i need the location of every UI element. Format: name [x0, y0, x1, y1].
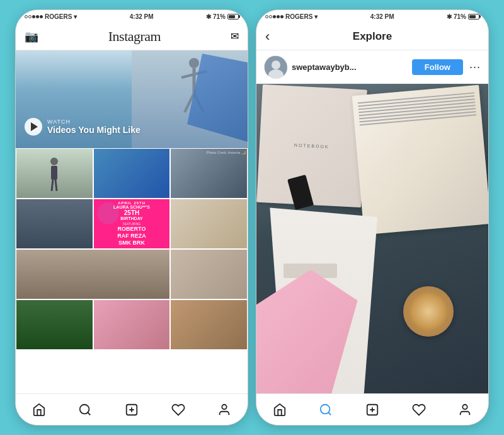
search-icon-1 — [78, 403, 92, 417]
signal-dot-2-5 — [280, 15, 284, 18]
nav-home-2[interactable] — [268, 398, 291, 421]
grid-cell-book[interactable] — [170, 199, 248, 249]
nav-search-1[interactable] — [74, 398, 96, 421]
event-birthday: 25TH — [124, 209, 139, 216]
signal-dot-4 — [36, 15, 39, 18]
play-button[interactable] — [25, 118, 42, 136]
explore-header: ‹ Explore — [256, 23, 488, 50]
phone-1: ROGERS ▾ 4:32 PM ✱ 71% 📷 Instagram ✉ — [15, 9, 248, 426]
signal-dot-2-1 — [265, 15, 268, 18]
feed-content: WATCH Videos You Might Like — [16, 50, 248, 393]
battery-icon-2 — [468, 14, 479, 20]
camera-icon[interactable]: 📷 — [25, 30, 38, 44]
heart-icon-1 — [171, 403, 185, 417]
signal-dot-3 — [32, 15, 35, 18]
video-title: Videos You Might Like — [47, 125, 140, 135]
nav-heart-1[interactable] — [167, 398, 190, 421]
grid-row-4 — [16, 299, 248, 350]
svg-rect-6 — [51, 166, 57, 180]
back-button[interactable]: ‹ — [265, 28, 270, 45]
wifi-icon-1: ▾ — [74, 13, 77, 20]
svg-point-9 — [80, 404, 89, 414]
nav-profile-2[interactable] — [454, 398, 476, 421]
profile-icon-1 — [217, 403, 231, 417]
grid-cell-man-suit[interactable] — [16, 148, 93, 199]
event-performers: ROBERTORAF REZASMK BRK — [117, 226, 146, 246]
battery-percent-1: 71% — [213, 13, 226, 20]
watch-label: WATCH Videos You Might Like — [25, 118, 140, 136]
svg-line-7 — [52, 180, 53, 191]
time-1: 4:32 PM — [130, 13, 154, 20]
signal-dots-2 — [265, 15, 284, 18]
grid-row-1: Photo Cred: Antonia 🌙 — [16, 148, 248, 199]
svg-point-14 — [222, 404, 227, 409]
home-icon-2 — [273, 403, 287, 417]
svg-point-5 — [50, 158, 58, 165]
status-bar-2: ROGERS ▾ 4:32 PM ✱ 71% — [256, 10, 488, 23]
add-icon-1 — [125, 403, 139, 417]
grid-cell-water[interactable] — [93, 148, 171, 199]
nav-search-2[interactable] — [314, 398, 337, 421]
svg-point-18 — [321, 404, 330, 414]
explore-header-wrap: ‹ Explore — [265, 23, 479, 50]
wifi-icon-2: ▾ — [314, 13, 318, 20]
signal-dot-1 — [25, 15, 28, 18]
status-left-1: ROGERS ▾ — [25, 13, 77, 20]
grid-cell-stairs[interactable]: Photo Cred: Antonia 🌙 — [170, 148, 248, 199]
profile-avatar[interactable] — [264, 55, 287, 78]
grid-cell-flowers[interactable] — [93, 299, 171, 350]
grid-cell-event[interactable]: APRIL 25TH LAURA SCHU**'S 25TH BIRTHDAY … — [93, 199, 171, 249]
svg-line-10 — [88, 412, 91, 415]
photo-grid: Photo Cred: Antonia 🌙 APRIL 25TH LAURA S… — [16, 148, 248, 393]
bluetooth-icon-2: ✱ — [447, 13, 452, 20]
battery-fill-2 — [469, 15, 476, 18]
carrier-2: ROGERS — [285, 13, 312, 20]
nav-profile-1[interactable] — [213, 398, 236, 421]
status-right-2: ✱ 71% — [447, 13, 479, 20]
grid-cell-building[interactable] — [16, 199, 93, 249]
signal-dots — [25, 15, 43, 18]
more-options-button[interactable]: ··· — [469, 61, 481, 74]
grid-cell-group[interactable] — [16, 249, 170, 299]
event-suffix: BIRTHDAY — [120, 216, 143, 221]
notebook-text: NOTEBOOK — [294, 142, 329, 149]
avatar-image — [265, 56, 287, 79]
grid-cell-forest[interactable] — [16, 299, 93, 350]
phone-2: ROGERS ▾ 4:32 PM ✱ 71% ‹ Explore — [256, 9, 489, 426]
signal-dot-2-4 — [277, 15, 280, 18]
watch-label-text: WATCH — [47, 119, 140, 125]
explore-content: sweptawaybyb... Follow ··· NOTEBOOK — [256, 50, 488, 393]
grid-row-2: APRIL 25TH LAURA SCHU**'S 25TH BIRTHDAY … — [16, 199, 248, 249]
signal-dot-5 — [40, 15, 43, 18]
status-right-1: ✱ 71% — [206, 13, 239, 20]
nav-add-2[interactable] — [361, 398, 384, 421]
man-suit-icon — [48, 156, 60, 191]
home-icon-1 — [32, 403, 46, 417]
signal-dot-2-3 — [273, 15, 276, 18]
follow-button[interactable]: Follow — [412, 59, 463, 75]
latte-cup — [403, 286, 454, 337]
event-name: LAURA SCHU**'S — [113, 205, 150, 209]
svg-line-8 — [55, 180, 57, 191]
grid-cell-coffee-small[interactable] — [170, 299, 248, 350]
nav-home-1[interactable] — [28, 398, 50, 421]
grid-cell-wedding[interactable] — [170, 249, 248, 299]
svg-point-16 — [272, 61, 280, 69]
bluetooth-icon-1: ✱ — [206, 13, 211, 20]
profile-username[interactable]: sweptawaybyb... — [292, 62, 412, 72]
svg-line-19 — [329, 412, 331, 415]
battery-fill-1 — [229, 15, 235, 18]
instagram-logo: Instagram — [108, 28, 161, 45]
nav-add-1[interactable] — [120, 398, 143, 421]
heart-icon-2 — [412, 403, 426, 417]
explore-main-photo[interactable]: NOTEBOOK — [256, 84, 488, 393]
video-section[interactable]: WATCH Videos You Might Like — [16, 50, 248, 148]
nav-heart-2[interactable] — [408, 398, 430, 421]
profile-icon-2 — [458, 403, 472, 417]
battery-icon-1 — [227, 14, 239, 20]
status-left-2: ROGERS ▾ — [265, 13, 318, 20]
photo-notebook: NOTEBOOK — [256, 84, 367, 207]
header-icons: ✉ — [231, 30, 239, 42]
explore-title: Explore — [353, 30, 392, 43]
direct-icon[interactable]: ✉ — [231, 30, 239, 42]
